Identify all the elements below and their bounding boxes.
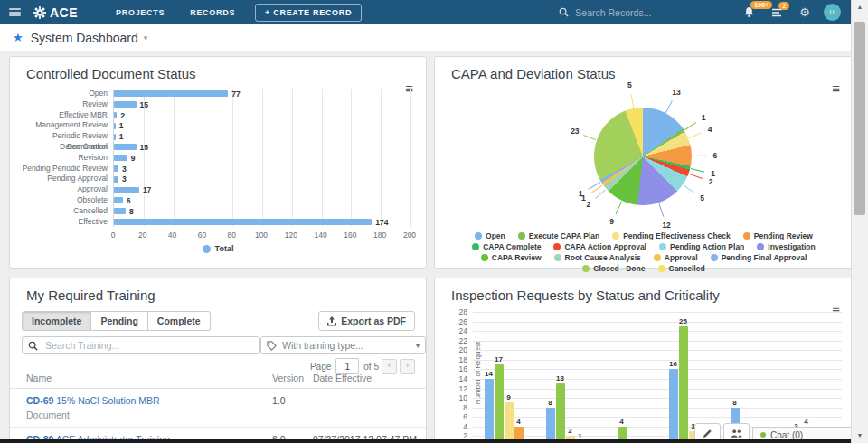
bar-value-label: 9	[131, 154, 136, 163]
bar-category-label: Management Review	[10, 120, 108, 131]
bar-category-label: Pending Periodic Review	[10, 164, 108, 174]
pie-slice-value: 1	[702, 113, 706, 122]
training-status-tabs: Incomplete Pending Complete	[22, 311, 211, 331]
tab-pending[interactable]: Pending	[91, 311, 147, 331]
next-page-button[interactable]: ›	[400, 359, 415, 374]
column-value-label: 13	[556, 374, 564, 382]
table-header: Name Version Date Effective	[10, 372, 426, 389]
training-type-dropdown[interactable]: With training type... ▾	[260, 336, 426, 354]
notifications-button[interactable]: 100+	[743, 6, 755, 18]
people-icon	[731, 429, 742, 438]
gear-icon: ⚙	[799, 6, 810, 18]
column-value-label: 9	[506, 393, 510, 401]
bar	[114, 112, 117, 118]
capa-deviation-status-panel: CAPA and Deviation Status ≡ 131461251292…	[434, 56, 854, 269]
pie-legend-item[interactable]: Pending Review	[743, 231, 813, 240]
search-icon	[28, 341, 38, 351]
pie-slice-value: 5	[627, 80, 632, 90]
nav-item-projects[interactable]: PROJECTS	[116, 8, 165, 17]
bar-category-label: Cancelled	[10, 206, 108, 217]
scroll-down-icon[interactable]: ▼	[852, 432, 868, 438]
column-value-label: 2	[568, 427, 571, 435]
pie-legend-item[interactable]: Execute CAPA Plan	[518, 231, 599, 240]
pie-legend-item[interactable]: Investigation	[757, 242, 815, 251]
bar-category-label: Periodic Review Determination	[10, 131, 108, 142]
col-name: Name	[26, 372, 272, 383]
user-avatar[interactable]: II	[824, 4, 841, 21]
tab-complete[interactable]: Complete	[148, 311, 211, 331]
search-icon	[559, 7, 569, 17]
pie-legend-item[interactable]: CAPA Review	[481, 253, 542, 262]
scrollbar-thumb[interactable]	[854, 22, 865, 215]
tasks-badge: 2	[778, 2, 789, 10]
bar-category-label: Open	[10, 89, 108, 99]
bar-category-label: Review	[10, 99, 108, 110]
pie-legend-item[interactable]: Pending Effectiveness Check	[612, 231, 731, 240]
tab-incomplete[interactable]: Incomplete	[22, 311, 91, 331]
pie-legend-item[interactable]: Cancelled	[658, 264, 705, 273]
create-record-button[interactable]: + CREATE RECORD	[255, 4, 362, 22]
pencil-icon	[703, 429, 712, 438]
bar-category-label: Effective MBR	[10, 110, 108, 121]
tasks-button[interactable]: 2	[771, 7, 783, 18]
column-value-label: 25	[679, 317, 687, 325]
nav-item-records[interactable]: RECORDS	[190, 8, 235, 17]
pie-legend-item[interactable]: Closed - Done	[582, 264, 645, 273]
pie-legend-item[interactable]: Approval	[654, 253, 698, 262]
bar-category-label: Effective	[10, 217, 108, 228]
training-search-input[interactable]	[43, 339, 254, 352]
bar	[114, 187, 139, 193]
col-version: Version	[272, 372, 313, 383]
pie-legend-item[interactable]: Pending Final Approval	[711, 253, 807, 262]
bar-category-label: Pending Approval	[10, 174, 108, 184]
column-bar	[505, 402, 514, 443]
pie-legend-item[interactable]: Root Cause Analysis	[554, 253, 641, 262]
column-value-label: 16	[669, 360, 677, 368]
bar-value-label: 8	[129, 207, 134, 216]
prev-page-button[interactable]: ‹	[382, 359, 397, 374]
hamburger-menu-icon[interactable]	[9, 8, 21, 16]
app-logo[interactable]: ACE	[33, 5, 78, 20]
page-scrollbar[interactable]: ▲ ▼	[851, 0, 868, 443]
page-title[interactable]: System Dashboard	[31, 31, 138, 45]
pie-slice-value: 23	[571, 127, 579, 136]
global-search[interactable]: Search Records...	[559, 7, 735, 18]
pie-legend-item[interactable]: Pending Action Plan	[659, 242, 744, 251]
bar-chart-plot: 7715211159331768174	[113, 89, 410, 227]
bar-value-label: 2	[120, 111, 125, 120]
bar	[114, 144, 137, 150]
table-row: CD-69 15% NaCl Solution MBR Document 1.0	[10, 389, 426, 428]
breadcrumb: ★ System Dashboard ▾	[0, 24, 852, 51]
pie-legend-item[interactable]: Open	[475, 231, 505, 240]
column-bar	[546, 408, 555, 443]
training-record-link[interactable]: CD-69 15% NaCl Solution MBR	[26, 395, 160, 406]
tag-icon	[267, 341, 277, 351]
favorite-star-icon[interactable]: ★	[13, 31, 24, 44]
pie-slice-value: 6	[713, 151, 718, 160]
export-pdf-button[interactable]: Export as PDF	[318, 311, 415, 331]
scroll-up-icon[interactable]: ▲	[852, 4, 868, 10]
pie-slice-value: 13	[672, 88, 680, 97]
bar-value-label: 17	[143, 185, 151, 194]
dashboard-dropdown-caret-icon[interactable]: ▾	[144, 33, 148, 42]
my-required-training-panel: My Required Training Incomplete Pending …	[9, 278, 427, 443]
pie-legend-item[interactable]: CAPA Complete	[472, 242, 541, 251]
ace-gear-icon	[33, 6, 46, 19]
top-navbar: ACE PROJECTS RECORDS + CREATE RECORD Sea…	[0, 0, 852, 24]
column-value-label: 8	[548, 399, 552, 407]
page-of-label: of 5	[363, 362, 379, 372]
legend-dot	[203, 245, 211, 253]
bar-value-label: 1	[119, 121, 124, 130]
pie-slice-value: 5	[700, 193, 704, 203]
pie-slice-value: 2	[709, 177, 713, 186]
pie-legend-item[interactable]: CAPA Action Approval	[553, 242, 646, 251]
column-bar	[669, 369, 678, 443]
bar-chart-legend[interactable]: Total	[10, 244, 426, 253]
bar	[114, 197, 123, 203]
bar	[114, 155, 127, 161]
settings-button[interactable]: ⚙	[799, 6, 810, 18]
training-table: Name Version Date Effective CD-69 15% Na…	[10, 372, 426, 443]
column-bar	[679, 326, 688, 443]
notifications-badge: 100+	[750, 1, 772, 9]
bar	[114, 134, 116, 140]
